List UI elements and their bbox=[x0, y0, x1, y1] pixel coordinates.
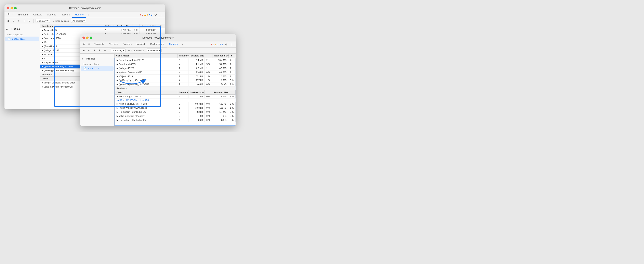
sidebar-1: ≡ Profiles Heap snapshots 📄 Snap… (16.… bbox=[4, 24, 40, 109]
col-retained-pct-1: ▼ bbox=[158, 24, 165, 28]
filter-icon-2: ⊞ bbox=[128, 49, 130, 52]
info-icon: ⚑ bbox=[149, 14, 151, 16]
tab-elements-2[interactable]: Elements bbox=[92, 42, 106, 47]
close-button-2[interactable] bbox=[82, 36, 85, 39]
table-row[interactable]: ▼ oa in lKa @177115 □3128 B0 %1.5 MB7 % bbox=[115, 95, 236, 98]
col-distance-2: Distance bbox=[178, 54, 189, 58]
chevron-down-icon-1: ▾ bbox=[47, 20, 48, 22]
close-button-1[interactable] bbox=[7, 7, 9, 9]
error-badges-1: ⊗ 5 ▲ 9 ⚑ 2 ⚙ ⋮ bbox=[140, 12, 164, 18]
table-row[interactable]: ▶ _ in system / Context @14238.2 kB0 %1.… bbox=[115, 110, 236, 114]
tab-bar-2: ⊞ □ Elements Console Sources Network Per… bbox=[80, 42, 236, 48]
table-row[interactable]: ▼ Object ×16182321 kB1 %2.3 MB10 % bbox=[115, 74, 236, 78]
settings-icon-2[interactable]: ⚙ bbox=[224, 42, 229, 47]
settings-icon-1[interactable]: ⚙ bbox=[153, 12, 158, 17]
chevron-down-icon-4: ▾ bbox=[159, 49, 160, 52]
stop-icon-1[interactable]: ⊘ bbox=[11, 19, 16, 23]
col-shallow-pct-2 bbox=[205, 54, 212, 58]
col-retained-2[interactable]: Retained Size bbox=[212, 54, 229, 58]
error-badge-2: ⊗ 1 bbox=[210, 43, 214, 46]
record-icon-2[interactable]: ⏺ bbox=[82, 48, 86, 52]
snapshot-icon-2: 📄 bbox=[83, 67, 86, 70]
table-row[interactable]: ▶ _ in system / Context @607436 B0 %476 … bbox=[115, 118, 236, 122]
table-row[interactable]: ▶ {sy1fu, sy2ly, sy39n, sy4fm,4197 kB1 %… bbox=[115, 78, 236, 82]
table-row[interactable]: ▶ _hd in Window / www.google139.8 kB0 %1… bbox=[115, 106, 236, 110]
traffic-lights-2 bbox=[82, 36, 92, 39]
minimize-button-2[interactable] bbox=[86, 36, 88, 39]
summary-dropdown-2[interactable]: Summary ▾ bbox=[111, 48, 126, 52]
snapshot-icon-1: 📄 bbox=[8, 37, 11, 40]
download-icon-2[interactable]: ⬇ bbox=[98, 48, 102, 52]
snapshot-label-1: Snap… (16.… bbox=[12, 38, 26, 40]
retainer-rows-2: ▼ oa in lKa @177115 □3128 B0 %1.5 MB7 %c… bbox=[115, 95, 236, 122]
table-row[interactable]: ▶ Array ×4349721 256 0248 %2 220 00013 % bbox=[40, 28, 165, 32]
snapshot-item-2[interactable]: 📄 Snap… (22.… bbox=[81, 66, 114, 71]
tab-memory-2[interactable]: Memory bbox=[167, 42, 180, 47]
tab-console-2[interactable]: Console bbox=[106, 42, 120, 47]
tab-elements-1[interactable]: Elements bbox=[16, 12, 31, 18]
col-shallow-1[interactable]: Shallow Size bbox=[114, 24, 132, 28]
col-shallow-2[interactable]: Shallow Size bbox=[189, 54, 205, 58]
filter-btn-2[interactable]: ⊞ Filter by class bbox=[127, 49, 146, 52]
summary-label-2: Summary bbox=[112, 49, 122, 52]
more-icon-2[interactable]: ⋮ bbox=[230, 42, 234, 47]
clear-icon-2[interactable]: ⊟ bbox=[103, 48, 107, 52]
more-icon-1[interactable]: ⋮ bbox=[159, 12, 164, 17]
error-badge-1: ⊗ 5 bbox=[140, 14, 143, 16]
table-row[interactable]: ▶ system / Context ×3013–114 kB0 %4.0 MB… bbox=[115, 70, 236, 74]
tab-network-1[interactable]: Network bbox=[58, 12, 72, 18]
filter-label-2: Filter by class bbox=[130, 49, 144, 52]
col-retained-sort-2[interactable]: ▼ bbox=[229, 54, 236, 58]
window-title-1: DevTools - www.google.com/ bbox=[69, 7, 100, 10]
table-row[interactable]: ▶ {global, exportPath_, CLOSUR2444 B0 %1… bbox=[115, 82, 236, 86]
snapshot-item-1[interactable]: 📄 Snap… (16.… bbox=[5, 36, 39, 41]
error-icon: ⊗ bbox=[140, 14, 142, 16]
memory-toolbar-1: ⏺ ⊘ ⬆ ⬇ ⊟ Summary ▾ ⊞ Filter by class Al… bbox=[4, 18, 165, 24]
summary-dropdown-1[interactable]: Summary ▾ bbox=[36, 19, 50, 23]
table-row[interactable]: ▶ Function ×34385–1.1 MB5 %5.0 MB22 % bbox=[115, 62, 236, 66]
filter-btn-1[interactable]: ⊞ Filter by class bbox=[51, 19, 70, 22]
inspector-icon-2[interactable]: □ bbox=[86, 42, 92, 46]
constructor-rows-2: ▶ (compiled code) ×10717636.4 MB28 %10.4… bbox=[115, 58, 236, 86]
record-icon-1[interactable]: ⏺ bbox=[6, 19, 10, 23]
table-row[interactable]: ▶ value in system / Property30 B0 %0 B0 … bbox=[115, 114, 236, 118]
ret-col-dist-2: Distance▲ bbox=[177, 90, 188, 94]
all-objects-select-2[interactable]: All objects ▾ bbox=[147, 48, 162, 52]
tab-sources-1[interactable]: Sources bbox=[45, 12, 58, 18]
stop-icon-2[interactable]: ⊘ bbox=[87, 48, 91, 52]
table-header-2: Constructor Distance Shallow Size Retain… bbox=[114, 54, 236, 58]
ret-col-shallow-2: Shallow Size bbox=[188, 90, 205, 94]
maximize-button-2[interactable] bbox=[90, 36, 92, 39]
filter-icon-1: ⊞ bbox=[52, 20, 54, 22]
upload-icon-1[interactable]: ⬆ bbox=[17, 19, 21, 23]
table-row[interactable]: ▶ Xd in {F0c, H0a, VC, jo, Sbd298.3 kB0 … bbox=[115, 102, 236, 106]
table-row[interactable]: c,dtl0nd,eHDfl,YV5bee,d,csi:753 bbox=[115, 98, 236, 102]
tab-more-2[interactable]: » bbox=[180, 42, 185, 47]
main-content-2: ≡ Profiles Heap snapshots 📄 Snap… (22.… … bbox=[80, 54, 236, 126]
error-icon-2: ⊗ bbox=[210, 43, 212, 46]
all-objects-select-1[interactable]: All objects ▾ bbox=[71, 19, 86, 23]
upload-icon-2[interactable]: ⬆ bbox=[92, 48, 96, 52]
ret-col-spct-2 bbox=[205, 90, 212, 94]
summary-label-1: Summary bbox=[37, 20, 46, 22]
inspector-icon-1[interactable]: □ bbox=[11, 12, 16, 17]
minimize-button-1[interactable] bbox=[10, 7, 13, 9]
filter-label-1: Filter by class bbox=[55, 20, 69, 22]
table-row[interactable]: ▶ (compiled code) ×10717636.4 MB28 %10.4… bbox=[115, 58, 236, 62]
clear-icon-1[interactable]: ⊟ bbox=[27, 19, 31, 23]
maximize-button-1[interactable] bbox=[14, 7, 17, 9]
tab-performance-2[interactable]: Performance bbox=[148, 42, 167, 47]
table-row[interactable]: ▶ (string) ×4317024.7 MB20 %4.7 MB20 % bbox=[115, 66, 236, 70]
window-title-2: DevTools - www.google.com/ bbox=[142, 36, 174, 39]
tab-memory-1[interactable]: Memory bbox=[72, 12, 86, 18]
download-icon-1[interactable]: ⬇ bbox=[22, 19, 26, 23]
col-retained-1[interactable]: Retained Size bbox=[140, 24, 158, 28]
table-body-2[interactable]: ▶ (compiled code) ×10717636.4 MB28 %10.4… bbox=[114, 58, 236, 126]
devtools-icon-2: ⊞ bbox=[82, 42, 86, 46]
tab-console-1[interactable]: Console bbox=[31, 12, 45, 18]
tab-bar-1: ⊞ □ Elements Console Sources Network Mem… bbox=[4, 12, 165, 18]
tab-sources-2[interactable]: Sources bbox=[120, 42, 134, 47]
tab-more-1[interactable]: » bbox=[86, 12, 90, 18]
info-badge-2: ⚑ 1 bbox=[219, 43, 223, 46]
tab-network-2[interactable]: Network bbox=[134, 42, 148, 47]
